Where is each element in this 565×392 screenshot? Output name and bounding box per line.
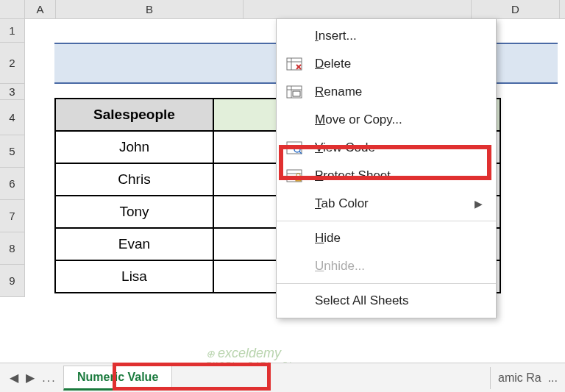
svg-rect-8 xyxy=(293,91,300,96)
blank-icon xyxy=(284,195,305,213)
col-header-b[interactable]: B xyxy=(56,0,244,18)
menu-label: Unhide... xyxy=(315,259,483,274)
col-header-a[interactable]: A xyxy=(25,0,56,18)
menu-hide[interactable]: Hide xyxy=(277,224,496,252)
chevron-right-icon: ▶ xyxy=(475,198,483,210)
menu-label: Protect Sheet... xyxy=(315,168,483,183)
cell[interactable]: Tony xyxy=(55,196,213,228)
menu-separator xyxy=(277,283,496,284)
sheet-tab-partial[interactable]: amic Ra ... xyxy=(490,367,565,389)
cell[interactable]: Evan xyxy=(55,228,213,260)
menu-protect-sheet[interactable]: Protect Sheet... xyxy=(277,162,496,190)
row-header[interactable]: 9 xyxy=(0,265,25,297)
menu-insert[interactable]: Insert... xyxy=(277,22,496,50)
row-header[interactable]: 5 xyxy=(0,135,25,168)
col-salespeople[interactable]: Salespeople xyxy=(55,99,213,131)
tab-overflow-left[interactable]: ... xyxy=(38,371,60,385)
menu-unhide: Unhide... xyxy=(277,252,496,280)
row-header[interactable]: 8 xyxy=(0,232,25,265)
svg-point-10 xyxy=(294,146,300,152)
rename-sheet-icon xyxy=(284,83,305,101)
delete-sheet-icon xyxy=(284,55,305,73)
blank-icon xyxy=(284,229,305,247)
select-all-corner[interactable] xyxy=(0,0,25,18)
sheet-tab-context-menu: Insert... Delete Rename Move or Copy... … xyxy=(276,18,497,318)
tab-nav-next[interactable]: ▶ xyxy=(22,371,38,385)
menu-select-all-sheets[interactable]: Select All Sheets xyxy=(277,287,496,315)
cell[interactable]: Lisa xyxy=(55,260,213,293)
row-header[interactable]: 6 xyxy=(0,168,25,200)
blank-icon xyxy=(284,27,305,45)
view-code-icon xyxy=(284,139,305,157)
row-header[interactable]: 2 xyxy=(0,43,25,84)
menu-label: Rename xyxy=(315,85,483,99)
row-header[interactable]: 4 xyxy=(0,100,25,135)
menu-label: Tab Color xyxy=(315,196,475,211)
sheet-tab-bar: ◀ ▶ ... Numeric Value amic Ra ... xyxy=(0,363,565,392)
row-header[interactable]: 7 xyxy=(0,200,25,232)
svg-rect-14 xyxy=(296,177,301,181)
menu-label: Hide xyxy=(315,231,483,246)
menu-label: Move or Copy... xyxy=(315,113,483,127)
row-headers: 1 2 3 4 5 6 7 8 9 xyxy=(0,19,25,297)
menu-label: View Code xyxy=(315,140,483,155)
blank-icon xyxy=(284,257,305,275)
col-header-d[interactable]: D xyxy=(472,0,560,18)
cell[interactable]: Chris xyxy=(55,163,213,196)
col-header-c[interactable] xyxy=(244,0,472,18)
cell[interactable]: John xyxy=(55,131,213,163)
menu-label: Select All Sheets xyxy=(315,293,483,308)
sheet-tab-active[interactable]: Numeric Value xyxy=(63,366,172,391)
menu-rename[interactable]: Rename xyxy=(277,78,496,106)
menu-label: Insert... xyxy=(315,29,483,43)
menu-view-code[interactable]: View Code xyxy=(277,134,496,162)
menu-move-copy[interactable]: Move or Copy... xyxy=(277,106,496,134)
menu-tab-color[interactable]: Tab Color ▶ xyxy=(277,190,496,218)
menu-label: Delete xyxy=(315,57,483,71)
blank-icon xyxy=(284,292,305,310)
row-header[interactable]: 1 xyxy=(0,19,25,43)
menu-separator xyxy=(277,221,496,221)
blank-icon xyxy=(284,111,305,129)
column-headers: A B D xyxy=(0,0,565,19)
tab-nav-prev[interactable]: ◀ xyxy=(6,371,22,385)
protect-sheet-icon xyxy=(284,167,305,185)
row-header[interactable]: 3 xyxy=(0,84,25,100)
menu-delete[interactable]: Delete xyxy=(277,50,496,78)
